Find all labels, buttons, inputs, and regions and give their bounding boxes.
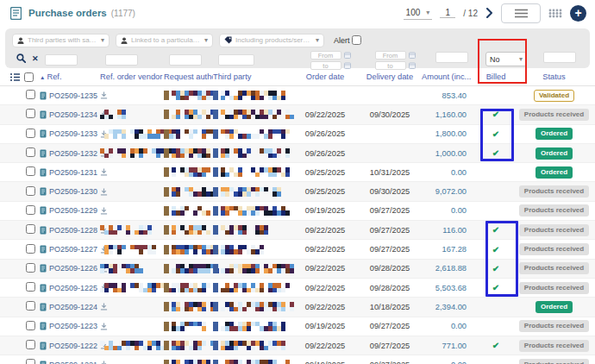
row-checkbox[interactable] — [26, 129, 35, 138]
search-vendor-ref-input[interactable] — [105, 54, 138, 66]
header-amount[interactable]: Amount (inc... — [422, 72, 472, 81]
order-date-to-input[interactable] — [310, 61, 341, 70]
table-row[interactable]: PO2509-122609/22/202509/28/20252,618.88✔… — [0, 260, 595, 279]
table-row[interactable]: PO2509-122209/22/202509/27/2025771.00✔Pr… — [0, 336, 595, 355]
page-number-input[interactable] — [440, 8, 455, 18]
table-row[interactable]: PO2509-123309/26/20251,800.00✔Ordered — [0, 125, 595, 144]
row-checkbox[interactable] — [26, 321, 35, 330]
redacted-vendor-ref — [100, 264, 164, 273]
download-icon[interactable] — [100, 188, 108, 196]
clear-search-icon[interactable]: ✕ — [32, 54, 39, 63]
row-checkbox[interactable] — [26, 282, 35, 292]
po-ref-link[interactable]: PO2509-1228 — [49, 226, 97, 235]
calendar-icon[interactable] — [409, 52, 416, 59]
download-icon[interactable] — [100, 323, 108, 330]
delivery-date-from-input[interactable] — [375, 51, 406, 60]
row-checkbox[interactable] — [26, 301, 35, 311]
download-icon[interactable] — [100, 361, 108, 364]
po-ref-link[interactable]: PO2509-1227 — [49, 245, 97, 254]
row-checkbox[interactable] — [26, 359, 35, 364]
po-ref-link[interactable]: PO2509-1233 — [49, 129, 97, 138]
download-icon[interactable] — [100, 207, 108, 215]
table-row[interactable]: PO2509-123009/25/202509/30/20259,072.00P… — [0, 182, 595, 201]
table-row[interactable]: PO2509-122809/22/202509/27/2025116.00✔Pr… — [0, 221, 595, 240]
row-checkbox[interactable] — [26, 147, 35, 157]
po-ref-link[interactable]: PO2509-1234 — [49, 110, 97, 119]
po-ref-link[interactable]: PO2509-1232 — [49, 149, 97, 158]
calendar-icon[interactable] — [409, 62, 416, 69]
po-ref-link[interactable]: PO2509-1231 — [49, 168, 97, 177]
header-request-author[interactable]: Request author — [164, 72, 213, 81]
po-ref-link[interactable]: PO2509-1235 — [49, 91, 97, 100]
header-third-party[interactable]: Third party — [213, 72, 292, 81]
header-delivery-date[interactable]: Delivery date — [358, 72, 422, 81]
alert-checkbox[interactable] — [352, 35, 361, 45]
header-ref[interactable]: Ref. — [47, 72, 61, 81]
filter-including-products[interactable]: Including products/services with... ▾ — [219, 34, 324, 47]
order-date-from-input[interactable] — [310, 51, 341, 60]
redacted-third-party — [213, 148, 292, 158]
download-icon[interactable] — [100, 168, 108, 176]
table-row[interactable]: PO2509-122109/19/202509/27/20250.00Produ… — [0, 355, 595, 364]
calendar-icon[interactable] — [344, 62, 351, 69]
table-row[interactable]: PO2509-1235853.40Validated — [0, 86, 595, 105]
search-icon[interactable] — [16, 53, 26, 63]
header-order-date[interactable]: Order date — [292, 72, 358, 81]
row-checkbox[interactable] — [26, 340, 35, 349]
add-button[interactable]: + — [570, 5, 586, 22]
page-size-select[interactable]: 100 ▾ — [404, 7, 433, 20]
header-billed[interactable]: Billed — [472, 72, 520, 81]
list-view-button[interactable] — [501, 3, 541, 23]
po-ref-link[interactable]: PO2509-1229 — [49, 206, 97, 215]
download-icon[interactable] — [100, 303, 108, 311]
status-badge: Products received — [519, 282, 589, 294]
row-checkbox[interactable] — [26, 109, 35, 118]
po-ref-link[interactable]: PO2509-1221 — [49, 361, 97, 364]
row-checkbox[interactable] — [26, 263, 35, 273]
row-checkbox[interactable] — [26, 244, 35, 254]
row-checkbox[interactable] — [26, 205, 35, 215]
table-row[interactable]: PO2509-122309/19/202509/27/20250.00Produ… — [0, 317, 595, 336]
chevron-down-icon: ▾ — [426, 9, 429, 16]
table-row[interactable]: PO2509-123109/25/202510/31/20250.00Order… — [0, 163, 595, 182]
list-fields-icon[interactable] — [10, 73, 20, 81]
header-vendor-ref[interactable]: Ref. order vendor — [100, 72, 164, 81]
table-row[interactable]: PO2509-122709/22/202509/27/2025167.28✔Pr… — [0, 240, 595, 259]
calendar-icon[interactable] — [344, 52, 351, 59]
table-row[interactable]: PO2509-123409/22/202509/30/20251,160.00✔… — [0, 105, 595, 124]
search-third-party-input[interactable] — [218, 54, 254, 66]
redacted-third-party — [213, 225, 292, 235]
row-checkbox[interactable] — [26, 186, 35, 196]
po-ref-link[interactable]: PO2509-1225 — [49, 284, 97, 292]
po-ref-link[interactable]: PO2509-1230 — [49, 187, 97, 196]
po-ref-link[interactable]: PO2509-1222 — [49, 342, 97, 350]
row-checkbox[interactable] — [26, 166, 35, 176]
po-ref-link[interactable]: PO2509-1226 — [49, 264, 97, 273]
filter-panel: Third parties with sales rep... ▾ Linked… — [5, 28, 590, 68]
table-row[interactable]: PO2509-123209/26/20251,000.00✔Ordered — [0, 144, 595, 163]
delivery-date-to-input[interactable] — [375, 61, 406, 70]
table-body: PO2509-1235853.40ValidatedPO2509-123409/… — [0, 86, 595, 364]
row-checkbox[interactable] — [26, 224, 35, 234]
po-ref-link[interactable]: PO2509-1224 — [49, 303, 97, 311]
table-row[interactable]: PO2509-122509/22/202509/28/20255,503.68✔… — [0, 279, 595, 298]
table-row[interactable]: PO2509-122409/22/202510/18/20252,394.00O… — [0, 298, 595, 317]
next-page-button[interactable] — [485, 8, 493, 18]
search-amount-input[interactable] — [435, 52, 468, 63]
search-request-author-input[interactable] — [169, 54, 202, 66]
grid-view-icon[interactable] — [548, 9, 562, 18]
download-icon[interactable] — [100, 91, 108, 99]
table-row[interactable]: PO2509-122909/19/202509/27/20250.00Produ… — [0, 202, 595, 221]
header-status[interactable]: Status — [520, 72, 588, 81]
filter-linked-user[interactable]: Linked to a particular user ... ▾ — [116, 34, 213, 47]
filter-third-party-sales-rep[interactable]: Third parties with sales rep... ▾ — [12, 34, 110, 47]
redacted-third-party — [213, 167, 292, 177]
po-ref-link[interactable]: PO2509-1223 — [49, 322, 97, 330]
redacted-third-party — [213, 283, 292, 292]
select-all-checkbox[interactable] — [24, 72, 34, 82]
search-ref-input[interactable] — [45, 54, 78, 66]
billed-filter-select[interactable]: No ▾ — [485, 52, 527, 66]
order-date: 09/22/2025 — [292, 264, 358, 273]
row-checkbox[interactable] — [26, 90, 35, 99]
search-status-input[interactable] — [543, 52, 576, 63]
